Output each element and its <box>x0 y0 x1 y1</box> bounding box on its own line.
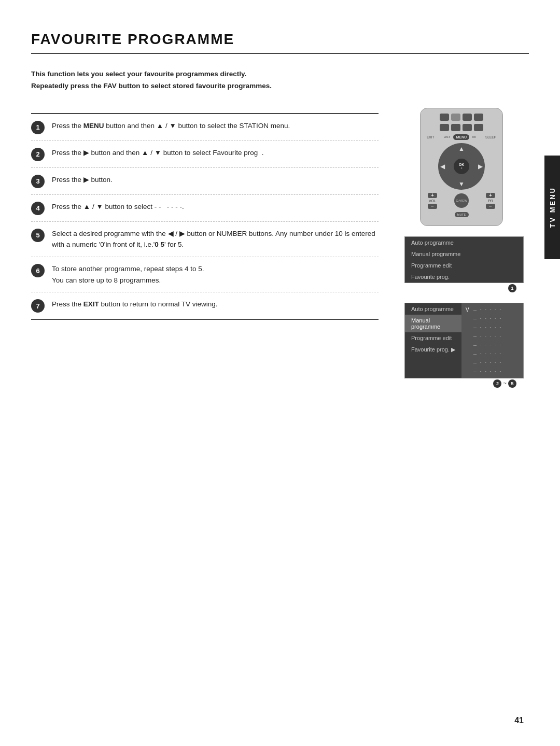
indicator-tilde: ~ <box>503 380 508 386</box>
indicator-circle-2b: 5 <box>508 379 516 388</box>
left-manual-prog: Manual programme <box>405 315 461 332</box>
intro-line2: Repeatedly press the FAV button to selec… <box>31 80 529 92</box>
v-mark-4: V <box>466 333 469 339</box>
v-mark-8: V <box>466 369 469 374</box>
play-btn <box>451 114 460 121</box>
ok-label: OK <box>459 163 465 166</box>
menu-button: MENU <box>453 134 469 140</box>
remote-top-row1 <box>426 114 497 121</box>
intro-line1: This function lets you select your favou… <box>31 68 529 80</box>
vol-label: VOL <box>429 199 436 203</box>
nav-left-arrow: ◀ <box>440 163 445 170</box>
step-item-5: 5 Select a desired programme with the ◀ … <box>31 222 379 257</box>
page-title: FAVOURITE PROGRAMME <box>31 31 529 54</box>
stop-btn <box>440 114 449 121</box>
dots-5: - - - - - <box>480 342 502 347</box>
v-mark-1: V <box>466 307 469 313</box>
step-text-6: To store another programme, repeat steps… <box>52 263 204 286</box>
nav-circle: ▲ ▼ ◀ ▶ OK ● <box>438 143 485 190</box>
dots-4: - - - - - <box>480 333 502 339</box>
pr-plus: + <box>486 193 495 198</box>
pr-label: PR <box>488 199 493 203</box>
step-num-4: 4 <box>31 202 45 215</box>
prev-btn <box>440 124 449 131</box>
step-num-6: 6 <box>31 264 45 277</box>
mute-button: MUTE <box>455 212 469 217</box>
dots-6: - - - - - <box>480 351 502 356</box>
step-num-2: 2 <box>31 148 45 161</box>
vol-plus: + <box>428 193 437 198</box>
v-mark-5: V <box>466 342 469 348</box>
record-btn <box>474 114 483 121</box>
sub-row-8: V -- - - - - - <box>461 367 523 376</box>
menu-panel-1: Auto programme Manual programme Programm… <box>404 236 524 283</box>
dash-8: -- <box>473 369 477 374</box>
fav-prog-arrow: ▶ <box>451 346 455 353</box>
screenshot-indicator-2: 2 ~ 5 <box>404 378 519 388</box>
v-mark-6: V <box>466 351 469 357</box>
remote-vol-pr-row: + VOL − Q.VIEW + PR − <box>426 193 497 209</box>
dash-3: -- <box>473 325 477 330</box>
nav-up-arrow: ▲ <box>458 145 465 152</box>
ff-btn <box>463 124 472 131</box>
dots-2: - - - - - <box>480 316 502 321</box>
step-item-3: 3 Press the ▶ button. <box>31 168 379 195</box>
right-column: EXIT LIST MENU I/II SLEEP ▲ <box>394 108 529 388</box>
v-mark-7: V <box>466 360 469 365</box>
dash-2: -- <box>473 316 477 321</box>
nav-circle-area: ▲ ▼ ◀ ▶ OK ● <box>438 143 485 190</box>
next-btn <box>474 124 483 131</box>
step-text-7: Press the EXIT button to return to norma… <box>52 299 217 310</box>
list-label: LIST <box>444 135 451 138</box>
sub-row-6: V -- - - - - - <box>461 349 523 358</box>
step-text-2: Press the ▶ button and then ▲ / ▼ button… <box>52 147 263 159</box>
menu-item-prog-edit: Programme edit <box>405 260 523 271</box>
page-container: FAVOURITE PROGRAMME This function lets y… <box>0 0 560 746</box>
dash-1: -- <box>473 307 477 313</box>
step-item-2: 2 Press the ▶ button and then ▲ / ▼ butt… <box>31 141 379 168</box>
tv-menu-side-label-container: TV MENU <box>544 156 560 259</box>
left-fav-prog: Favourite prog. ▶ <box>405 344 461 356</box>
exit-label: EXIT <box>427 135 434 139</box>
qview-button: Q.VIEW <box>454 193 469 208</box>
dash-7: -- <box>473 360 477 365</box>
step-item-4: 4 Press the ▲ / ▼ button to select - - -… <box>31 195 379 222</box>
dash-6: -- <box>473 351 477 357</box>
page-number: 41 <box>514 716 524 725</box>
pr-minus: − <box>486 204 495 209</box>
dash-5: -- <box>473 342 477 348</box>
sub-row-7: V -- - - - - - <box>461 358 523 367</box>
remote-illustration: EXIT LIST MENU I/II SLEEP ▲ <box>415 108 508 226</box>
ok-dot: ● <box>460 166 463 170</box>
dots-7: - - - - - <box>480 360 502 365</box>
vol-control: + VOL − <box>428 193 437 209</box>
nav-right-arrow: ▶ <box>478 163 483 170</box>
intro-text: This function lets you select your favou… <box>31 68 529 92</box>
step-text-3: Press the ▶ button. <box>52 174 113 186</box>
sleep-label: SLEEP <box>485 135 496 139</box>
fav-prog-label: Favourite prog. <box>411 346 450 353</box>
step-item-1: 1 Press the MENU button and then ▲ / ▼ b… <box>31 113 379 141</box>
v-mark-2: V <box>466 316 469 321</box>
ii-label: I/II <box>472 135 476 138</box>
sub-row-5: V -- - - - - - <box>461 341 523 349</box>
step-num-3: 3 <box>31 175 45 188</box>
left-column: 1 Press the MENU button and then ▲ / ▼ b… <box>31 108 379 388</box>
right-menu-panel: V -- - - - - - V -- - - - - - V -- - <box>461 303 523 378</box>
left-prog-edit: Programme edit <box>405 332 461 344</box>
step-text-4: Press the ▲ / ▼ button to select - - - -… <box>52 201 184 213</box>
qview-label: Q.VIEW <box>456 199 467 202</box>
dots-1: - - - - - <box>480 307 502 312</box>
step-item-6: 6 To store another programme, repeat ste… <box>31 257 379 292</box>
remote-control: EXIT LIST MENU I/II SLEEP ▲ <box>420 108 503 226</box>
sub-row-4: V -- - - - - - <box>461 332 523 341</box>
left-auto-prog: Auto programme <box>405 303 461 315</box>
step-item-7: 7 Press the EXIT button to return to nor… <box>31 292 379 320</box>
nav-down-arrow: ▼ <box>458 180 465 188</box>
content-layout: 1 Press the MENU button and then ▲ / ▼ b… <box>31 108 529 388</box>
sub-row-3: V -- - - - - - <box>461 323 523 332</box>
rew-btn <box>451 124 460 131</box>
v-mark-3: V <box>466 325 469 330</box>
left-menu-panel: Auto programme Manual programme Programm… <box>405 303 461 378</box>
pause-btn <box>463 114 472 121</box>
